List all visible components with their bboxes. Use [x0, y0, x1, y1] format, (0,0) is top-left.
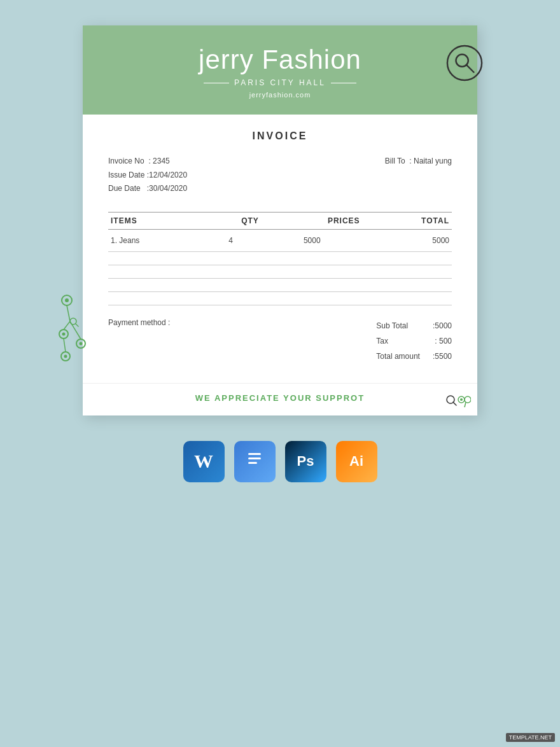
company-website: jerryfashion.com: [95, 91, 465, 99]
bill-to-value: : Naital yung: [409, 157, 452, 165]
invoice-meta-left: Invoice No : 2345 Issue Date :12/04/2020…: [108, 155, 187, 196]
template-badge: TEMPLATE.NET: [506, 733, 555, 742]
due-date-row: Due Date :30/04/2020: [108, 182, 187, 196]
col-items: ITEMS: [108, 212, 200, 229]
cell-qty: [200, 251, 261, 265]
invoice-no-row: Invoice No : 2345: [108, 155, 187, 169]
docs-label: [245, 450, 264, 473]
cell-qty: 4: [200, 229, 261, 251]
table-row: [108, 278, 452, 291]
cell-item: [108, 251, 200, 265]
tax-value: : 500: [435, 333, 452, 349]
ps-label: Ps: [297, 453, 314, 470]
cell-price: [262, 278, 363, 291]
cell-price: 5000: [262, 229, 363, 251]
cell-price: [262, 251, 363, 265]
docs-icon[interactable]: [234, 441, 276, 482]
total-amount-row: Total amount :5500: [376, 349, 452, 364]
col-total: TOTAL: [363, 212, 452, 229]
svg-point-20: [460, 398, 463, 401]
svg-line-18: [453, 402, 456, 405]
sub-total-row: Sub Total :5000: [376, 318, 452, 333]
total-amount-label: Total amount: [376, 349, 420, 364]
appreciation-text: WE APPRECIATE YOUR SUPPROT: [95, 393, 465, 403]
table-row: [108, 291, 452, 305]
cell-item: [108, 265, 200, 278]
svg-point-21: [465, 396, 471, 403]
table-row: [108, 251, 452, 265]
svg-rect-23: [248, 453, 261, 455]
svg-point-10: [64, 355, 67, 358]
invoice-table: ITEMS QTY PRICES TOTAL 1. Jeans 4 5000 5…: [108, 212, 452, 305]
left-key-icon: [54, 293, 92, 365]
svg-rect-25: [248, 462, 257, 464]
word-icon[interactable]: W: [183, 441, 225, 482]
issue-date-label: Issue Date: [108, 171, 144, 179]
svg-line-11: [67, 305, 70, 321]
invoice-meta-right: Bill To : Naital yung: [385, 155, 452, 196]
cell-qty: [200, 278, 261, 291]
svg-line-14: [64, 339, 66, 352]
company-subtitle: PARIS CITY HALL: [95, 78, 465, 87]
svg-line-2: [466, 65, 474, 73]
sub-total-value: :5000: [433, 318, 452, 333]
payment-method-label: Payment method :: [108, 318, 170, 327]
invoice-footer: WE APPRECIATE YOUR SUPPROT: [83, 383, 477, 415]
svg-line-16: [76, 324, 78, 326]
issue-date-row: Issue Date :12/04/2020: [108, 169, 187, 183]
toolbar: W Ps Ai: [183, 441, 377, 482]
table-row: 1. Jeans 4 5000 5000: [108, 229, 452, 251]
svg-point-0: [447, 46, 482, 80]
cell-qty: [200, 291, 261, 305]
ps-icon[interactable]: Ps: [285, 441, 326, 482]
due-date-value: :30/04/2020: [147, 184, 187, 193]
cell-price: [262, 265, 363, 278]
cell-price: [262, 291, 363, 305]
svg-rect-24: [248, 457, 261, 459]
issue-date-value: :12/04/2020: [147, 171, 187, 179]
svg-line-12: [64, 321, 70, 330]
due-date-label: Due Date: [108, 184, 141, 193]
svg-point-6: [62, 333, 66, 336]
col-prices: PRICES: [262, 212, 363, 229]
sub-total-label: Sub Total: [376, 318, 408, 333]
cell-qty: [200, 265, 261, 278]
totals-block: Sub Total :5000 Tax : 500 Total amount :…: [376, 318, 452, 364]
cell-item: [108, 278, 200, 291]
cell-total: [363, 251, 452, 265]
bill-to-row: Bill To : Naital yung: [385, 155, 452, 169]
search-icon-decoration: [445, 45, 484, 83]
cell-total: [363, 291, 452, 305]
invoice-no-value: : 2345: [148, 157, 169, 165]
table-row: [108, 265, 452, 278]
cell-total: 5000: [363, 229, 452, 251]
company-name: jerry Fashion: [95, 45, 465, 75]
tax-label: Tax: [376, 333, 388, 349]
ai-icon[interactable]: Ai: [336, 441, 377, 482]
invoice-card: jerry Fashion PARIS CITY HALL jerryfashi…: [83, 25, 477, 415]
word-label: W: [194, 450, 213, 472]
payment-section: Payment method : Sub Total :5000 Tax : 5…: [108, 318, 452, 364]
col-qty: QTY: [200, 212, 261, 229]
total-amount-value: :5500: [433, 349, 452, 364]
cell-item: [108, 291, 200, 305]
bill-to-label: Bill To: [385, 157, 405, 165]
footer-icons: [445, 393, 471, 409]
invoice-meta: Invoice No : 2345 Issue Date :12/04/2020…: [108, 155, 452, 196]
ai-label: Ai: [349, 453, 363, 470]
tax-row: Tax : 500: [376, 333, 452, 349]
cell-item: 1. Jeans: [108, 229, 200, 251]
svg-point-4: [65, 298, 69, 302]
invoice-no-label: Invoice No: [108, 157, 144, 165]
cell-total: [363, 278, 452, 291]
invoice-header: jerry Fashion PARIS CITY HALL jerryfashi…: [83, 25, 477, 115]
cell-total: [363, 265, 452, 278]
svg-line-22: [465, 402, 466, 407]
invoice-body: INVOICE Invoice No : 2345 Issue Date :12…: [83, 115, 477, 383]
invoice-title: INVOICE: [108, 130, 452, 142]
svg-point-8: [80, 342, 83, 346]
